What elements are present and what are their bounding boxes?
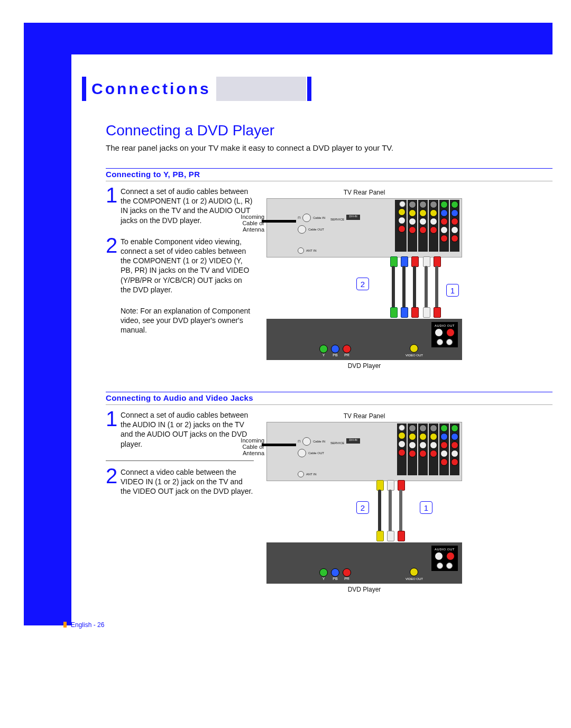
section-header: Connections	[82, 77, 552, 101]
dvd-rear-panel: AUDIO OUT VIDEO OUT Y PB	[266, 319, 462, 360]
section-title: Connections	[91, 77, 211, 101]
diagram-dvd-label: DVD Player	[266, 586, 462, 593]
page-border-left	[24, 23, 71, 625]
diagram-av: TV Rear Panel Incoming Cable or Antenna …	[266, 412, 462, 593]
step-note: Note: For an explanation of Component vi…	[121, 306, 254, 335]
intro-text: The rear panel jacks on your TV make it …	[106, 143, 552, 152]
callout-2: 2	[356, 501, 369, 514]
diagram-tv-label: TV Rear Panel	[266, 412, 462, 420]
step-2-2: 2 Connect a video cable between the VIDE…	[106, 467, 254, 496]
page-number: English - 26	[71, 621, 104, 629]
step-number: 2	[106, 236, 121, 294]
step-number: 1	[106, 409, 121, 449]
step-2-1: 1 Connect a set of audio cables between …	[106, 410, 254, 449]
dvd-audio-out: AUDIO OUT	[431, 322, 458, 347]
page-border-top	[24, 23, 552, 54]
subheading-component: Connecting to Y, PB, PR	[106, 168, 552, 181]
callout-1: 1	[420, 501, 432, 514]
diagram-dvd-label: DVD Player	[266, 362, 462, 370]
tv-rear-panel: Incoming Cable or Antenna ⊓Cable IN Cabl…	[266, 198, 462, 257]
diagram-tv-label: TV Rear Panel	[266, 189, 462, 196]
step-number: 2	[106, 466, 121, 496]
page-footer: English - 26	[63, 621, 104, 629]
step-1-1: 1 Connect a set of audio cables between …	[106, 187, 254, 225]
subheading-av: Connecting to Audio and Video Jacks	[106, 392, 552, 405]
incoming-label: Incoming Cable or Antenna	[233, 437, 264, 456]
incoming-label: Incoming Cable or Antenna	[233, 214, 264, 233]
step-text: To enable Component video viewing, conne…	[121, 237, 254, 294]
tv-rear-panel-2: Incoming Cable or Antenna ⊓Cable IN Cabl…	[266, 422, 462, 481]
step-number: 1	[106, 186, 121, 225]
callout-1: 1	[446, 284, 459, 297]
jack-columns	[395, 200, 459, 252]
dvd-rear-panel-2: AUDIO OUT VIDEO OUT Y PB	[266, 542, 462, 584]
diagram-component: TV Rear Panel Incoming Cable or Antenna …	[266, 189, 462, 370]
step-text: Connect a video cable between the VIDEO …	[121, 467, 254, 496]
page-title: Connecting a DVD Player	[106, 122, 552, 139]
step-1-2: 2 To enable Component video viewing, con…	[106, 237, 254, 294]
callout-2: 2	[356, 278, 369, 290]
